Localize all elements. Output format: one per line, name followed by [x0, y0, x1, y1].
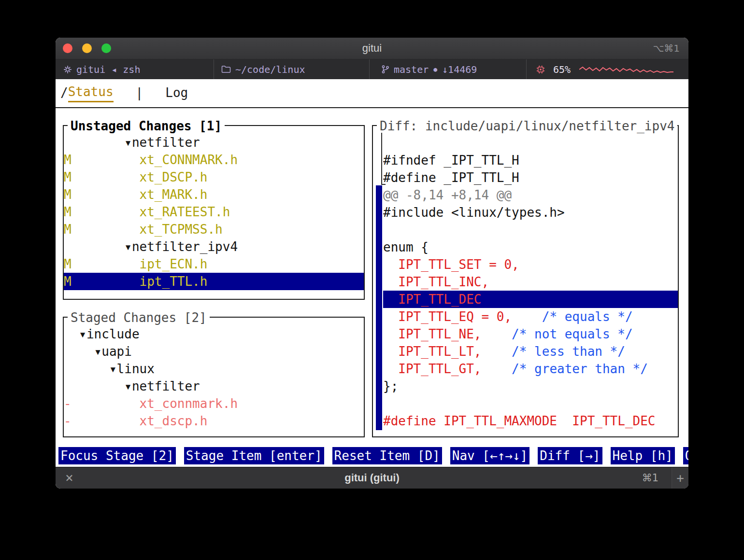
tree-dir-row[interactable]: ▾include [64, 325, 364, 343]
dir-label: ▾uapi [94, 344, 132, 359]
diff-line[interactable] [383, 134, 678, 152]
dir-label: ▾netfilter [124, 135, 200, 150]
file-label: ipt_TTL.h [140, 274, 208, 289]
tab-prefix: / [60, 84, 68, 101]
keybinding-hint-bar: Focus Stage [2]Stage Item [enter]Reset I… [58, 447, 688, 464]
staged-file-tree: ▾include ▾uapi ▾linux ▾netfilter- xt_con… [64, 318, 364, 436]
status-marker: M [64, 187, 72, 202]
folder-icon [221, 65, 231, 73]
behind-count: ↓14469 [442, 64, 477, 75]
status-marker: M [64, 274, 72, 289]
diff-segment: @@ -8,14 +8,14 @@ [383, 188, 512, 202]
tab-log[interactable]: Log [165, 84, 188, 101]
tab-bar: / Status | Log [60, 83, 188, 102]
selected-hunk-bar [376, 185, 382, 430]
diff-segment: IPT_TTL_GT, [383, 362, 482, 376]
cpu-chip-icon [536, 65, 545, 74]
tab-status[interactable]: Status [68, 83, 114, 102]
status-marker: M [64, 222, 72, 237]
window-title: gitui [362, 42, 382, 55]
diff-segment: IPT_TTL_DEC [383, 292, 482, 307]
tree-file-row[interactable]: M xt_MARK.h [64, 186, 364, 203]
tree-dir-row[interactable]: ▾netfilter_ipv4 [64, 238, 364, 255]
tab-bottom-bar: × gitui (gitui) ⌘1 + [56, 467, 688, 489]
tree-file-row[interactable]: M xt_DSCP.h [64, 168, 364, 186]
tree-file-row[interactable]: M ipt_TTL.h [64, 273, 364, 290]
file-label: xt_dscp.h [140, 414, 208, 428]
cwd-path: ~/code/linux [235, 64, 305, 75]
tree-file-row[interactable]: - xt_connmark.h [64, 395, 364, 412]
hint-button-focus[interactable]: Focus Stage [2] [58, 447, 176, 464]
diff-segment: /* greater than */ [482, 362, 648, 376]
file-label: xt_DSCP.h [140, 170, 208, 184]
dir-label: ▾netfilter [124, 379, 200, 393]
hint-button-qu[interactable]: Qu [683, 447, 688, 464]
hint-button-stage[interactable]: Stage Item [enter] [184, 447, 324, 464]
diff-segment: #include <linux/types.h> [383, 205, 565, 220]
file-label: ipt_ECN.h [140, 257, 208, 271]
branch-name: master [394, 64, 429, 75]
zoom-window-button[interactable] [101, 43, 111, 53]
diff-line[interactable]: #ifndef _IPT_TTL_H [383, 152, 678, 169]
diff-line[interactable]: @@ -8,14 +8,14 @@ [383, 186, 678, 204]
diff-segment: #define _IPT_TTL_H [383, 170, 519, 185]
tree-file-row[interactable]: M xt_RATEEST.h [64, 203, 364, 221]
diff-segment: enum { [383, 240, 429, 254]
git-branch-icon [381, 65, 389, 74]
close-tab-icon[interactable]: × [65, 471, 73, 485]
dir-label: ▾linux [109, 362, 155, 376]
diff-segment: /* equals */ [512, 309, 632, 324]
diff-line[interactable]: #include <linux/types.h> [383, 204, 678, 221]
diff-line[interactable]: IPT_TTL_NE, /* not equals */ [383, 325, 678, 343]
diff-line[interactable]: IPT_TTL_DEC [383, 291, 678, 308]
tree-dir-row[interactable]: ▾linux [64, 360, 364, 378]
tree-file-row[interactable]: - xt_dscp.h [64, 412, 364, 430]
status-marker: M [64, 205, 72, 219]
diff-segment: #define IPT_TTL_MAXMODE IPT_TTL_DEC [383, 414, 656, 428]
diff-panel: Diff: include/uapi/linux/netfilter_ipv4 … [372, 125, 679, 437]
hint-button-help[interactable]: Help [h] [611, 447, 675, 464]
tree-file-row[interactable]: M xt_CONNMARK.h [64, 151, 364, 168]
file-label: xt_RATEEST.h [140, 205, 230, 219]
tree-file-row[interactable]: M ipt_ECN.h [64, 255, 364, 273]
new-tab-plus-icon[interactable]: + [672, 467, 688, 489]
tree-dir-row[interactable]: ▾uapi [64, 343, 364, 360]
file-label: xt_connmark.h [140, 396, 238, 411]
cpu-percentage: 65% [553, 64, 571, 75]
hint-button-reset[interactable]: Reset Item [D] [332, 447, 442, 464]
session-label: gitui ◂ zsh [76, 64, 140, 75]
minimize-window-button[interactable] [82, 43, 92, 53]
diff-line[interactable]: #define _IPT_TTL_H [383, 169, 678, 186]
status-info-bar: gitui ◂ zsh ~/code/linux master ● ↓14469… [56, 59, 688, 79]
tree-dir-row[interactable]: ▾netfilter [64, 134, 364, 151]
window-shortcut: ⌥⌘1 [653, 42, 680, 54]
diff-line[interactable]: enum { [383, 238, 678, 256]
traffic-lights [56, 43, 111, 53]
diff-line[interactable]: }; [383, 378, 678, 395]
tab-separator: | [136, 84, 143, 101]
gitui-screen: / Status | Log Unstaged Changes [1] ▾net… [56, 79, 688, 467]
hint-button-diff[interactable]: Diff [→] [538, 447, 602, 464]
dir-label: ▾netfilter_ipv4 [124, 239, 238, 254]
diff-segment: IPT_TTL_INC, [383, 275, 489, 289]
staged-changes-panel: Staged Changes [2] ▾include ▾uapi ▾linux… [63, 317, 365, 437]
hint-button-nav[interactable]: Nav [←↑→↓] [450, 447, 530, 464]
diff-line[interactable]: IPT_TTL_GT, /* greater than */ [383, 360, 678, 378]
diff-content: #ifndef _IPT_TTL_H#define _IPT_TTL_H@@ -… [383, 126, 678, 436]
tree-dir-row[interactable]: ▾netfilter [64, 378, 364, 395]
diff-line[interactable]: IPT_TTL_INC, [383, 273, 678, 291]
diff-line[interactable]: IPT_TTL_SET = 0, [383, 256, 678, 273]
close-window-button[interactable] [63, 43, 72, 53]
diff-line[interactable]: IPT_TTL_EQ = 0, /* equals */ [383, 308, 678, 325]
hunk-marker-line [381, 133, 382, 185]
diff-segment: IPT_TTL_SET = 0, [383, 257, 519, 272]
diff-line[interactable]: #define IPT_TTL_MAXMODE IPT_TTL_DEC [383, 412, 678, 430]
tree-file-row[interactable]: M xt_TCPMSS.h [64, 221, 364, 238]
tab-shortcut: ⌘1 [642, 472, 658, 484]
diff-line[interactable]: IPT_TTL_LT, /* less than */ [383, 343, 678, 360]
diff-segment: #ifndef _IPT_TTL_H [383, 153, 519, 168]
status-marker: M [64, 257, 72, 271]
diff-segment: IPT_TTL_NE, [383, 327, 482, 341]
diff-line[interactable] [383, 221, 678, 238]
diff-line[interactable] [383, 395, 678, 412]
